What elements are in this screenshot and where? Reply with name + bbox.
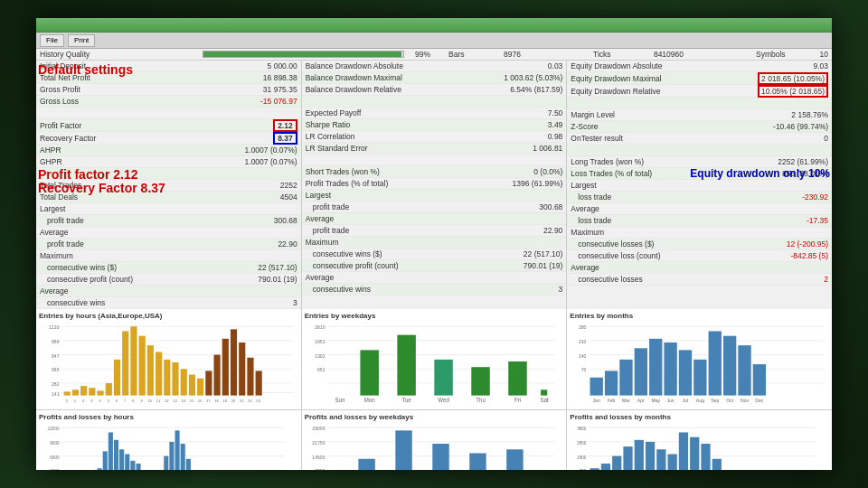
svg-rect-140	[137, 464, 141, 470]
consec-profit-label: consecutive profit (count)	[40, 275, 133, 284]
col3-max: Maximum	[567, 227, 832, 239]
svg-rect-12	[64, 391, 71, 395]
svg-rect-13	[72, 389, 79, 395]
stats-section: Default settings Profit factor 2.12 Reco…	[36, 61, 832, 309]
avg-consec-wins-row: consecutive wins 3	[36, 297, 301, 309]
svg-rect-225	[657, 449, 666, 470]
total-deals-row: Total Deals 4504	[36, 192, 301, 203]
svg-text:70: 70	[581, 367, 587, 372]
expected-payoff-value: 7.50	[548, 108, 563, 117]
bd-max-label: Balance Drawdown Maximal	[306, 73, 402, 82]
svg-text:141: 141	[52, 391, 60, 397]
svg-rect-71	[434, 360, 452, 396]
svg-rect-93	[620, 360, 633, 396]
initial-deposit-label: Initial Deposit	[40, 61, 86, 70]
chart-entries-weekdays: Entries by weekdays 2610 1953 1302 651	[302, 309, 568, 409]
chart-pnl-hours-body: 12000 9000 6000 3000 0 -1500	[39, 423, 298, 470]
avg-consec-wins-value: 3	[293, 298, 297, 307]
chart-pnl-months-title: Profits and losses by months	[570, 413, 829, 421]
svg-rect-22	[147, 345, 154, 395]
ontester-label: OnTester result	[571, 134, 623, 143]
chart-entries-months: Entries by months 280 210 140 70	[567, 309, 832, 409]
svg-text:21750: 21750	[312, 440, 325, 446]
svg-text:847: 847	[52, 353, 60, 359]
avg2-row: Average	[36, 286, 301, 297]
svg-text:2610: 2610	[315, 324, 325, 330]
svg-rect-74	[541, 389, 547, 395]
spacer4	[302, 155, 567, 166]
charts-row-1: Entries by hours (Asia,Europe,USA) 1130	[36, 309, 832, 410]
bd-rel-label: Balance Drawdown Relative	[306, 85, 401, 94]
svg-text:651: 651	[317, 367, 326, 372]
svg-text:19: 19	[223, 399, 228, 403]
svg-rect-32	[231, 329, 237, 395]
col2-max: Maximum	[302, 237, 567, 249]
col3-max-label: Maximum	[571, 228, 604, 237]
svg-text:Mar: Mar	[622, 398, 630, 403]
col2-avg2: Average	[302, 272, 567, 284]
svg-text:Apr: Apr	[637, 398, 645, 403]
lr-corr-value: 0.98	[548, 132, 563, 141]
net-profit-label: Total Net Profit	[40, 73, 90, 82]
col2-max-label: Maximum	[306, 238, 339, 247]
avg-profit-label: profit trade	[40, 239, 84, 249]
svg-text:Mon: Mon	[363, 397, 374, 403]
ghpr-row: GHPR 1.0007 (0.07%)	[36, 156, 301, 168]
svg-text:Sep: Sep	[712, 398, 720, 403]
svg-text:Sun: Sun	[335, 397, 344, 403]
col3-acl-value: 2	[824, 275, 828, 284]
svg-rect-27	[189, 375, 195, 396]
svg-text:8: 8	[132, 399, 135, 403]
svg-text:210: 210	[579, 339, 587, 344]
svg-rect-99	[709, 331, 722, 395]
svg-text:1: 1	[74, 399, 77, 403]
gross-profit-row: Gross Profit 31 975.35	[36, 84, 301, 96]
svg-rect-213	[590, 468, 599, 470]
col2-acw-value: 3	[559, 285, 563, 294]
file-button[interactable]: File	[40, 34, 64, 47]
svg-text:9000: 9000	[50, 441, 60, 446]
avg-consec-wins-label: consecutive wins	[40, 298, 105, 307]
svg-text:May: May	[652, 398, 661, 403]
svg-text:280: 280	[579, 324, 587, 330]
chart-pnl-months: Profits and losses by months 3800 2850 1…	[567, 410, 832, 470]
svg-rect-98	[694, 360, 707, 396]
total-trades-value: 2252	[280, 181, 297, 190]
svg-rect-227	[668, 455, 677, 470]
svg-rect-91	[590, 378, 603, 396]
col2-ap-value: 22.90	[543, 226, 562, 235]
lr-std-row: LR Standard Error 1 006.81	[302, 143, 567, 155]
consec-wins-label: consecutive wins ($)	[40, 263, 117, 272]
svg-rect-136	[114, 440, 118, 470]
svg-rect-149	[186, 459, 191, 470]
svg-rect-29	[205, 371, 212, 395]
svg-text:0: 0	[66, 399, 69, 403]
three-col-stats: Initial Deposit 5 000.00 Total Net Profi…	[36, 61, 832, 309]
col2-largest: Largest	[302, 190, 567, 202]
svg-rect-231	[690, 437, 699, 470]
col3-avg2-label: Average	[571, 263, 599, 272]
long-trades-row: Long Trades (won %) 2252 (61.99%)	[567, 156, 832, 168]
svg-rect-134	[103, 452, 108, 470]
svg-rect-14	[80, 386, 87, 395]
total-deals-value: 4504	[280, 192, 297, 202]
recovery-factor-value: 8.37	[273, 132, 297, 145]
col3-cl-label: consecutive losses ($)	[571, 239, 654, 249]
col3-cl: consecutive losses ($) 12 (-200.95)	[567, 239, 832, 250]
print-button[interactable]: Print	[68, 34, 95, 47]
chart-entries-weekdays-body: 2610 1953 1302 651	[305, 322, 564, 407]
ghpr-label: GHPR	[40, 157, 62, 166]
gross-profit-label: Gross Profit	[40, 85, 80, 94]
profit-factor-label: Profit Factor	[40, 121, 81, 130]
svg-rect-100	[723, 336, 736, 396]
chart-entries-weekdays-title: Entries by weekdays	[305, 312, 564, 320]
svg-rect-146	[169, 442, 174, 470]
svg-text:14: 14	[181, 399, 185, 403]
col3-largest: Largest	[567, 180, 832, 192]
profit-factor-value: 2.12	[273, 119, 297, 132]
svg-rect-235	[712, 459, 722, 470]
svg-text:7: 7	[124, 399, 127, 403]
svg-text:1130: 1130	[49, 324, 59, 330]
col2-cp-value: 790.01 (19)	[524, 261, 562, 270]
col2-cw: consecutive wins ($) 22 (517.10)	[302, 249, 567, 260]
